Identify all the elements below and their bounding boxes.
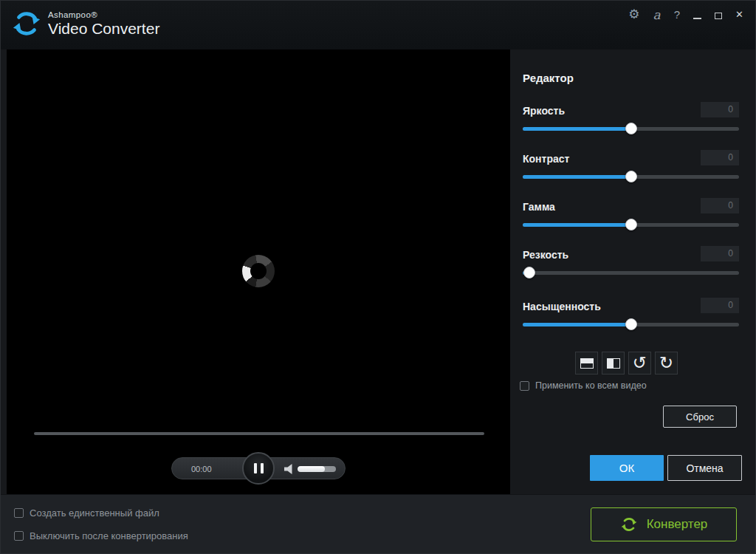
saturation-group: Насыщенность 0 <box>523 301 739 345</box>
brightness-value[interactable]: 0 <box>701 102 739 117</box>
apply-all-checkbox[interactable] <box>520 381 529 391</box>
settings-icon[interactable]: ⚙ <box>628 8 639 21</box>
app-title: Video Converter <box>48 20 159 38</box>
gamma-group: Гамма 0 <box>523 201 739 245</box>
loading-spinner-icon <box>242 255 275 287</box>
volume-icon <box>284 464 293 474</box>
flip-vertical-button[interactable] <box>575 352 598 375</box>
close-button[interactable]: ✕ <box>735 8 743 21</box>
converter-icon <box>620 516 638 533</box>
apply-all-checkbox-row[interactable]: Применить ко всем видео <box>520 380 647 391</box>
app-logo: Ashampoo® Video Converter <box>11 8 159 39</box>
transform-toolbar: ↺ ↻ <box>575 352 678 375</box>
video-player: 00:00 <box>7 49 510 494</box>
gamma-slider[interactable] <box>523 223 739 227</box>
contrast-value[interactable]: 0 <box>701 150 739 165</box>
shutdown-checkbox[interactable] <box>14 531 24 541</box>
pause-icon <box>254 463 257 473</box>
maximize-button[interactable] <box>715 13 722 19</box>
saturation-slider[interactable] <box>523 323 739 326</box>
titlebar: Ashampoo® Video Converter ⚙ a ? ✕ <box>1 1 755 49</box>
shutdown-label: Выключить после конвертирования <box>30 530 188 541</box>
cancel-button[interactable]: Отмена <box>667 455 742 481</box>
ok-button[interactable]: ОК <box>590 455 664 481</box>
slider-thumb[interactable] <box>625 219 637 230</box>
sharpness-group: Резкость 0 <box>523 249 739 293</box>
single-file-checkbox[interactable] <box>14 508 24 518</box>
panel-title: Редактор <box>523 72 574 84</box>
shutdown-checkbox-row[interactable]: Выключить после конвертирования <box>14 530 188 541</box>
single-file-checkbox-row[interactable]: Создать единственный файл <box>14 507 159 519</box>
single-file-label: Создать единственный файл <box>30 507 159 519</box>
volume-fill <box>298 466 325 472</box>
app-window: Ashampoo® Video Converter ⚙ a ? ✕ 00:00 <box>0 0 756 554</box>
slider-thumb[interactable] <box>625 123 637 134</box>
converter-button[interactable]: Конвертер <box>591 507 737 541</box>
seek-bar[interactable] <box>34 432 484 435</box>
slider-thumb[interactable] <box>523 267 535 278</box>
saturation-value[interactable]: 0 <box>701 298 739 313</box>
footer-bar: Создать единственный файл Выключить посл… <box>1 494 756 554</box>
flip-horizontal-icon <box>607 358 620 369</box>
brightness-slider[interactable] <box>523 127 739 131</box>
contrast-slider[interactable] <box>523 175 739 179</box>
volume-slider[interactable] <box>298 466 336 472</box>
editor-panel: Редактор Яркость 0 Контраст 0 Гамма 0 Ре… <box>510 49 756 494</box>
rotate-right-button[interactable]: ↻ <box>655 352 678 375</box>
help-icon[interactable]: ? <box>674 8 680 21</box>
flip-horizontal-button[interactable] <box>602 352 625 375</box>
time-display: 00:00 <box>191 465 212 473</box>
brightness-group: Яркость 0 <box>523 105 739 149</box>
language-icon[interactable]: a <box>653 8 661 21</box>
slider-thumb[interactable] <box>625 318 637 330</box>
slider-thumb[interactable] <box>625 171 637 182</box>
gamma-value[interactable]: 0 <box>701 198 739 213</box>
flip-vertical-icon <box>580 358 594 369</box>
rotate-right-icon: ↻ <box>659 353 673 373</box>
contrast-group: Контраст 0 <box>523 153 739 197</box>
reset-button[interactable]: Сброс <box>663 406 737 428</box>
pause-button[interactable] <box>242 452 275 485</box>
rotate-left-button[interactable]: ↺ <box>628 352 651 375</box>
titlebar-controls: ⚙ a ? ✕ <box>628 8 743 21</box>
sharpness-value[interactable]: 0 <box>701 246 739 261</box>
apply-all-label: Применить ко всем видео <box>535 380 647 391</box>
app-logo-icon <box>11 8 42 39</box>
rotate-left-icon: ↺ <box>633 353 647 373</box>
converter-label: Конвертер <box>647 517 708 532</box>
brand-name: Ashampoo® <box>48 10 159 19</box>
minimize-button[interactable] <box>693 18 701 19</box>
sharpness-slider[interactable] <box>523 271 739 275</box>
